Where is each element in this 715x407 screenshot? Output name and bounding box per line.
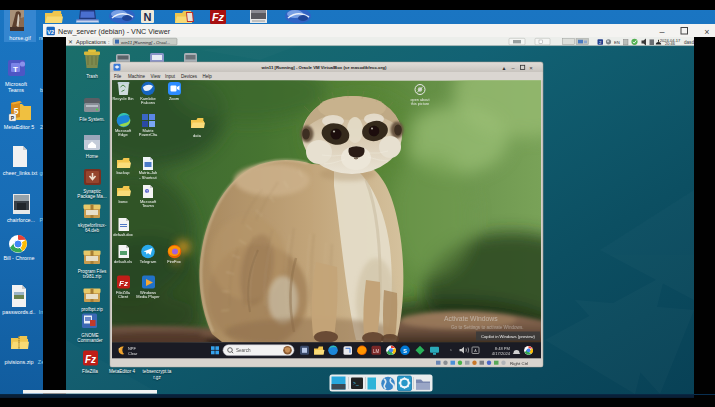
svg-text:backup: backup bbox=[117, 170, 131, 175]
svg-text:Synaptic: Synaptic bbox=[83, 189, 101, 194]
svg-text:Teams: Teams bbox=[8, 87, 24, 93]
svg-text:MetaEditor 4: MetaEditor 4 bbox=[109, 369, 135, 374]
svg-text:Applications: Applications bbox=[76, 39, 106, 45]
svg-text:r.gz: r.gz bbox=[153, 375, 161, 380]
svg-text:open about: open about bbox=[410, 98, 430, 102]
svg-text:Input: Input bbox=[165, 74, 176, 79]
svg-text:Activate Windows: Activate Windows bbox=[444, 315, 498, 322]
svg-text:Fz: Fz bbox=[212, 11, 225, 23]
svg-text:default.xls: default.xls bbox=[114, 259, 132, 264]
svg-text:MetaEditor 5: MetaEditor 5 bbox=[4, 124, 35, 130]
svg-text:64.deb: 64.deb bbox=[85, 228, 99, 233]
svg-text:EN: EN bbox=[614, 40, 620, 45]
svg-text:default.dox: default.dox bbox=[113, 232, 133, 237]
svg-text:Package Ma...: Package Ma... bbox=[77, 194, 106, 199]
svg-text:Machine: Machine bbox=[128, 74, 146, 79]
svg-text:S: S bbox=[403, 348, 407, 354]
svg-text:LM: LM bbox=[373, 349, 380, 354]
svg-text:Fz: Fz bbox=[85, 354, 96, 365]
svg-text:tebsencrypt.ta: tebsencrypt.ta bbox=[143, 369, 172, 374]
svg-text:this picture: this picture bbox=[411, 102, 429, 106]
svg-text:4/17/2024: 4/17/2024 bbox=[492, 351, 511, 356]
svg-text:Media Player: Media Player bbox=[136, 294, 160, 299]
svg-text:Zoom: Zoom bbox=[169, 96, 180, 101]
svg-text:New_server (debian) - VNC View: New_server (debian) - VNC Viewer bbox=[58, 27, 171, 36]
svg-text:dasd: dasd bbox=[684, 40, 694, 45]
svg-text:Client: Client bbox=[118, 294, 129, 299]
svg-text:chairforce...: chairforce... bbox=[7, 217, 35, 223]
svg-text:Teams: Teams bbox=[142, 203, 154, 208]
svg-text:cheer_links.txt: cheer_links.txt bbox=[3, 170, 38, 176]
svg-text:V2: V2 bbox=[47, 29, 54, 35]
svg-text:⌃: ⌃ bbox=[449, 349, 453, 354]
svg-text:skypeforlinux-: skypeforlinux- bbox=[78, 223, 107, 228]
svg-text:File System.: File System. bbox=[79, 117, 104, 122]
svg-text:Devices: Devices bbox=[181, 74, 198, 79]
svg-text:data: data bbox=[193, 133, 202, 138]
svg-text:✕: ✕ bbox=[68, 39, 73, 45]
svg-text:bono: bono bbox=[119, 199, 129, 204]
svg-text:Recycle Bin: Recycle Bin bbox=[112, 96, 133, 101]
svg-text:>_: >_ bbox=[353, 380, 359, 386]
svg-text:File: File bbox=[114, 74, 122, 79]
svg-text:Go to Settings to activate Win: Go to Settings to activate Windows. bbox=[451, 325, 524, 330]
svg-text:GNOME: GNOME bbox=[81, 333, 98, 338]
svg-text:In: In bbox=[39, 309, 44, 315]
svg-text:–: – bbox=[659, 27, 664, 37]
svg-text:Search: Search bbox=[236, 348, 251, 353]
svg-text:passwords.d..: passwords.d.. bbox=[2, 309, 35, 315]
svg-text:Fz: Fz bbox=[119, 279, 128, 288]
svg-text:8:48 PM: 8:48 PM bbox=[495, 346, 511, 351]
svg-text:Edge: Edge bbox=[118, 132, 128, 137]
svg-text:FireFox: FireFox bbox=[167, 259, 181, 264]
svg-text:Copilot in Windows (preview): Copilot in Windows (preview) bbox=[481, 334, 536, 339]
svg-text:pivisions.zip: pivisions.zip bbox=[4, 359, 33, 365]
svg-text:Home: Home bbox=[86, 154, 99, 159]
svg-text:FileZilla: FileZilla bbox=[82, 369, 98, 374]
svg-text:Clear: Clear bbox=[128, 351, 138, 356]
svg-text:win11 [Running] - Oracl...: win11 [Running] - Oracl... bbox=[121, 40, 170, 45]
svg-text:tx981.zip: tx981.zip bbox=[83, 274, 102, 279]
svg-text:- Shortcut: - Shortcut bbox=[139, 175, 157, 180]
svg-text:profbpt.zip: profbpt.zip bbox=[81, 307, 103, 312]
svg-text:T: T bbox=[13, 65, 18, 74]
svg-text:×: × bbox=[529, 65, 533, 71]
svg-text:▲: ▲ bbox=[502, 65, 507, 71]
svg-text:Right Ctrl: Right Ctrl bbox=[510, 361, 528, 366]
svg-text:horse.gif: horse.gif bbox=[9, 35, 31, 41]
svg-text:Trash: Trash bbox=[86, 74, 98, 79]
svg-text:20:46: 20:46 bbox=[665, 41, 676, 46]
svg-text:Bill - Chrome: Bill - Chrome bbox=[3, 255, 34, 261]
svg-text:b: b bbox=[40, 87, 43, 93]
svg-text:PowerClta: PowerClta bbox=[139, 132, 158, 137]
svg-text:Commander: Commander bbox=[77, 338, 103, 343]
svg-text:View: View bbox=[151, 74, 161, 79]
svg-text:2: 2 bbox=[40, 124, 43, 130]
svg-text:Falcons: Falcons bbox=[141, 100, 155, 105]
svg-text:×: × bbox=[704, 27, 709, 37]
svg-text:Program Files: Program Files bbox=[78, 269, 107, 274]
svg-text:Telegram: Telegram bbox=[140, 259, 157, 264]
svg-text:Help: Help bbox=[203, 74, 213, 79]
svg-text:N: N bbox=[144, 11, 152, 23]
svg-text:win11 [Running] - Oracle VM Vi: win11 [Running] - Oracle VM VirtualBox (… bbox=[261, 65, 387, 70]
